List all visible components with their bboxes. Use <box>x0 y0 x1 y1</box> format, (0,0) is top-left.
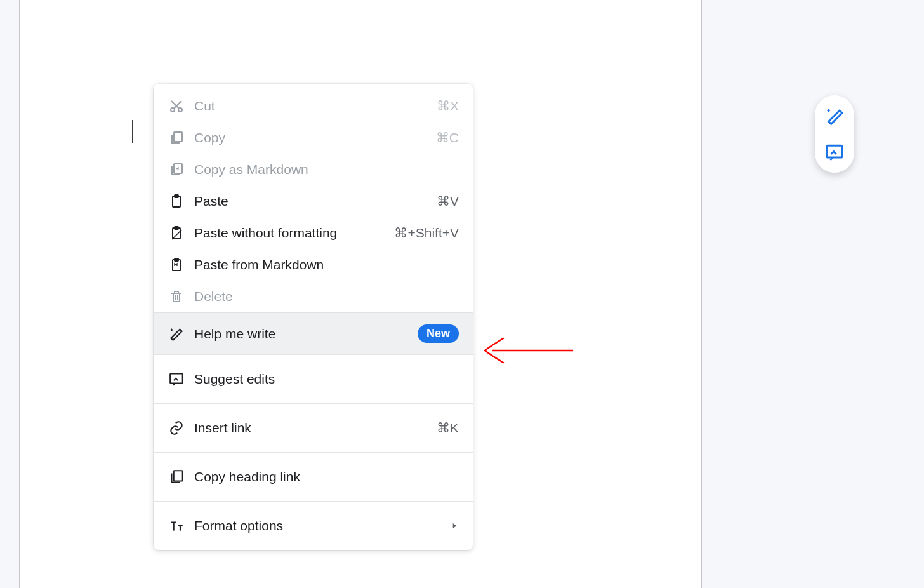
text-insertion-cursor <box>132 120 133 143</box>
menu-label: Help me write <box>194 326 418 342</box>
copy-icon <box>168 129 185 147</box>
menu-item-delete[interactable]: Delete <box>154 281 473 312</box>
new-badge: New <box>418 324 459 343</box>
menu-item-insert-link[interactable]: Insert link ⌘K <box>154 404 473 452</box>
menu-label: Delete <box>194 289 459 304</box>
link-icon <box>168 419 185 437</box>
svg-rect-4 <box>174 132 182 142</box>
menu-label: Format options <box>194 518 450 533</box>
cut-icon <box>168 97 185 115</box>
menu-label: Paste <box>194 194 437 209</box>
text-format-icon <box>168 517 185 535</box>
side-action-panel <box>815 95 854 173</box>
menu-shortcut: ⌘C <box>436 130 459 145</box>
menu-shortcut: ⌘X <box>437 98 459 114</box>
chevron-right-icon <box>450 521 459 530</box>
menu-shortcut: ⌘V <box>437 194 459 209</box>
menu-shortcut: ⌘+Shift+V <box>394 225 459 241</box>
svg-rect-16 <box>174 471 183 481</box>
paste-markdown-icon <box>168 256 185 274</box>
menu-item-copy-markdown[interactable]: Copy as Markdown <box>154 154 473 185</box>
magic-write-button[interactable] <box>823 104 846 127</box>
copy-link-icon <box>168 468 185 486</box>
menu-shortcut: ⌘K <box>437 420 459 436</box>
suggest-edits-icon <box>168 370 185 388</box>
magic-pencil-icon <box>168 325 185 343</box>
menu-item-copy-heading-link[interactable]: Copy heading link <box>154 453 473 501</box>
context-menu: Cut ⌘X Copy ⌘C Copy as Markdown <box>154 84 473 550</box>
menu-item-suggest-edits[interactable]: Suggest edits <box>154 355 473 403</box>
menu-item-paste-markdown[interactable]: Paste from Markdown <box>154 249 473 281</box>
menu-item-cut[interactable]: Cut ⌘X <box>154 90 473 122</box>
menu-item-copy[interactable]: Copy ⌘C <box>154 122 473 154</box>
copy-markdown-icon <box>168 161 185 178</box>
menu-label: Cut <box>194 98 437 114</box>
trash-icon <box>168 288 185 305</box>
menu-item-help-me-write[interactable]: Help me write New <box>154 313 473 354</box>
menu-label: Copy as Markdown <box>194 162 459 177</box>
menu-label: Suggest edits <box>194 371 459 387</box>
menu-label: Copy <box>194 130 436 145</box>
svg-point-0 <box>171 108 175 112</box>
menu-label: Insert link <box>194 420 437 436</box>
menu-item-paste-plain[interactable]: Paste without formatting ⌘+Shift+V <box>154 217 473 249</box>
menu-label: Paste without formatting <box>194 225 394 241</box>
paste-icon <box>168 192 185 210</box>
paste-plain-icon <box>168 224 185 242</box>
menu-item-paste[interactable]: Paste ⌘V <box>154 185 473 217</box>
suggest-edits-button[interactable] <box>823 141 846 164</box>
menu-item-format-options[interactable]: Format options <box>154 502 473 550</box>
menu-label: Paste from Markdown <box>194 257 459 272</box>
menu-label: Copy heading link <box>194 469 459 484</box>
svg-point-1 <box>178 108 182 112</box>
